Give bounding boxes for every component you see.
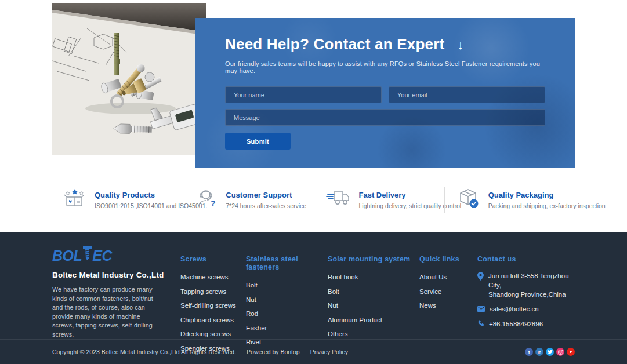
footer-link[interactable]: Roof hook <box>328 272 358 282</box>
feature-desc: Packing and shipping, ex-factory inspect… <box>488 202 606 209</box>
site-footer: BOL EC Boltec Metal Industry Co <box>0 232 627 364</box>
phone-row: +86.15588492896 <box>477 319 575 329</box>
phone-link[interactable]: +86.15588492896 <box>489 319 543 329</box>
feature-quality-packaging: Quality Packaging Packing and shipping, … <box>444 187 575 213</box>
facebook-glyph: f <box>528 350 530 355</box>
privacy-policy-link[interactable]: Privacy Policy <box>310 348 348 355</box>
contact-panel-title: Need Help? Contact an Expert <box>225 35 444 53</box>
feature-desc: 7*24 hours after-sales service <box>226 202 306 209</box>
box-stars-icon <box>63 187 87 213</box>
footer-link[interactable]: Tapping screws <box>180 287 226 297</box>
arrow-down-icon: ↓ <box>457 37 464 53</box>
footer-link[interactable]: News <box>419 301 436 311</box>
copyright-text: Copyright © 2023 Boltec Metal Industry C… <box>52 348 236 355</box>
footer-link[interactable]: Machine screws <box>180 272 228 282</box>
footer-link[interactable]: Service <box>419 287 441 297</box>
mail-icon <box>477 305 485 314</box>
footer-heading: Stainless steel fasteners <box>246 255 328 271</box>
address-row: Jun rui loft 3-558 Tengzhou City, Shando… <box>477 271 575 299</box>
powered-by-text: Powered by Bontop <box>247 348 300 355</box>
footer-link[interactable]: Bolt <box>328 287 339 297</box>
footer-heading: Contact us <box>477 255 575 263</box>
footer-bottom-bar: Copyright © 2023 Boltec Metal Industry C… <box>0 339 627 364</box>
footer-heading: Solar mounting system <box>328 255 419 263</box>
footer-brand: BOL EC Boltec Metal Industry Co <box>52 232 180 356</box>
footer-link[interactable]: Ddecking screws <box>180 329 231 339</box>
features-strip: Quality Products ISO9001:2015 ,ISO14001 … <box>52 168 575 232</box>
address-line1: Jun rui loft 3-558 Tengzhou City, <box>488 272 569 289</box>
company-name: Boltec Metal Industry Co.,Ltd <box>52 271 180 279</box>
footer-link[interactable]: Others <box>328 329 348 339</box>
footer-col-stainless: Stainless steel fasteners Bolt Nut Rod E… <box>246 232 328 356</box>
linkedin-glyph: in <box>538 350 541 354</box>
footer-link[interactable]: Rod <box>246 309 258 319</box>
headset-icon: ? <box>195 187 218 213</box>
footer-link[interactable]: Aluminum Product <box>328 315 382 325</box>
email-link[interactable]: sales@boltec.cn <box>490 304 539 314</box>
footer-link[interactable]: Chipboard screws <box>180 315 234 325</box>
feature-title: Quality Packaging <box>488 191 606 199</box>
address-text: Jun rui loft 3-558 Tengzhou City, Shando… <box>488 271 575 299</box>
submit-button[interactable]: Submit <box>225 133 291 150</box>
feature-fast-delivery: Fast Delivery Lightning delivery, strict… <box>314 187 444 213</box>
screw-t-icon <box>83 246 92 264</box>
fasteners-photo-art <box>52 3 206 155</box>
twitter-icon[interactable] <box>546 348 554 356</box>
address-line2: Shandong Province,China <box>488 291 566 298</box>
name-input[interactable] <box>225 86 382 103</box>
contact-panel-subtitle: Our friendly sales teams will be happy t… <box>225 60 545 74</box>
location-pin-icon <box>477 272 484 299</box>
package-check-icon <box>456 187 481 213</box>
footer-col-screws: Screws Machine screws Tapping screws Sel… <box>180 232 246 356</box>
footer-heading: Screws <box>180 255 246 263</box>
email-row: sales@boltec.cn <box>477 304 575 314</box>
linkedin-icon[interactable]: in <box>535 348 543 356</box>
logo-text-right: EC <box>92 247 112 264</box>
company-description: We have factory can produce many kinds o… <box>52 285 160 339</box>
feature-quality-products: Quality Products ISO9001:2015 ,ISO14001 … <box>52 187 183 213</box>
phone-icon <box>477 320 484 329</box>
instagram-icon[interactable] <box>556 348 564 356</box>
message-input[interactable] <box>225 109 545 126</box>
footer-col-contact: Contact us Jun rui loft 3-558 Tengzhou C… <box>477 232 575 356</box>
footer-heading: Quick links <box>419 255 477 263</box>
fasteners-photo <box>52 3 206 155</box>
footer-link[interactable]: About Us <box>419 272 447 282</box>
facebook-icon[interactable]: f <box>525 348 533 356</box>
boltec-logo[interactable]: BOL EC <box>52 246 180 264</box>
footer-link[interactable]: Self-drilling screws <box>180 301 236 311</box>
footer-link[interactable]: Bolt <box>246 281 258 290</box>
page: Need Help? Contact an Expert ↓ Our frien… <box>0 0 627 364</box>
feature-customer-support: ? Customer Support 7*24 hours after-sale… <box>183 187 313 213</box>
logo-text-left: BOL <box>52 247 82 264</box>
truck-icon <box>326 187 351 213</box>
contact-expert-panel: Need Help? Contact an Expert ↓ Our frien… <box>195 18 575 168</box>
footer-link[interactable]: Nut <box>328 301 338 311</box>
feature-title: Customer Support <box>226 191 306 199</box>
footer-col-quick-links: Quick links About Us Service News <box>419 232 477 356</box>
footer-col-solar: Solar mounting system Roof hook Bolt Nut… <box>328 232 419 356</box>
footer-link[interactable]: Easher <box>246 323 267 333</box>
social-links: f in <box>525 348 575 356</box>
footer-link[interactable]: Nut <box>246 295 256 305</box>
svg-text:?: ? <box>211 199 216 208</box>
youtube-icon[interactable] <box>567 348 575 356</box>
email-input[interactable] <box>389 86 545 103</box>
